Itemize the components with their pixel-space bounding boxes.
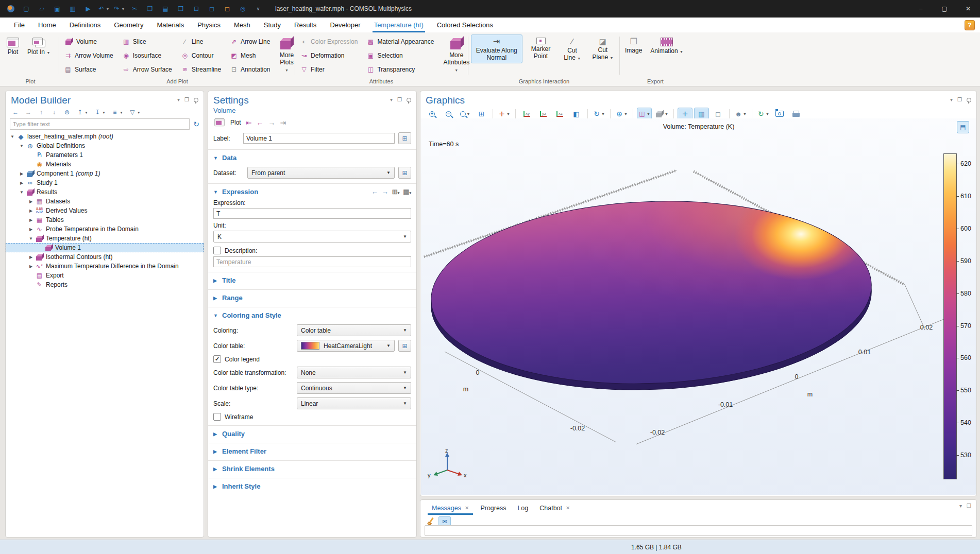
tree-node-parameters-1[interactable]: PᵢParameters 1	[6, 150, 204, 160]
arrow-volume-button[interactable]: ⇉Arrow Volume	[61, 48, 117, 62]
collapse-icon[interactable]: ▼	[9, 134, 16, 139]
close-button[interactable]: ✕	[956, 0, 980, 18]
refresh-icon[interactable]: ↻	[193, 120, 199, 128]
plot-in-button[interactable]: Plot In ▼	[25, 34, 53, 58]
tab-home[interactable]: Home	[31, 18, 63, 32]
tab-file[interactable]: File	[7, 18, 31, 32]
tab-chatbot[interactable]: Chatbot✕	[534, 501, 575, 514]
expression-table-icon[interactable]: ▦▾	[403, 188, 411, 196]
collapse-icon[interactable]: ▼	[213, 155, 217, 161]
copy-button[interactable]: ❐	[143, 3, 157, 15]
first-plot-icon[interactable]: ⇤	[246, 118, 252, 127]
tree-node-maximum-temperature-difference-in-the-domain[interactable]: ▶∿*Maximum Temperature Difference in the…	[6, 262, 204, 271]
panel-menu-icon[interactable]: ▾	[950, 97, 953, 102]
expand-icon[interactable]: ▶	[27, 255, 35, 259]
expression-menu-icon[interactable]: ⊞▾	[392, 188, 399, 196]
arrow-surface-button[interactable]: ⇨Arrow Surface	[119, 62, 176, 76]
expand-icon[interactable]: ▶	[27, 209, 35, 213]
comsol-logo-button[interactable]	[4, 3, 18, 15]
close-tab-icon[interactable]: ✕	[465, 505, 469, 511]
tab-results[interactable]: Results	[288, 18, 323, 32]
toolbar-overflow-button[interactable]: ∨	[251, 3, 265, 15]
selection-button[interactable]: ▣Selection	[363, 48, 437, 62]
streamline-button[interactable]: ≋Streamline	[178, 62, 225, 76]
wireframe-checkbox[interactable]	[213, 413, 221, 421]
float-panel-icon[interactable]: ❐	[397, 97, 402, 102]
tree-filter-button[interactable]: ▽▼	[129, 109, 141, 115]
tab-progress[interactable]: Progress	[475, 501, 511, 514]
undo-button[interactable]: ↶▼	[96, 3, 111, 15]
tree-node-volume-1[interactable]: Volume 1	[6, 243, 204, 252]
collapse-icon[interactable]: ▼	[18, 144, 25, 148]
tree-node-laser-heating-wafer-mph[interactable]: ▼◆laser_heating_wafer.mph(root)	[6, 132, 204, 141]
coloring-select[interactable]: Color table▼	[297, 324, 411, 336]
expand-icon[interactable]: ▶	[213, 466, 217, 472]
label-input[interactable]	[243, 133, 395, 144]
description-checkbox[interactable]	[213, 247, 221, 254]
material-appearance-button[interactable]: ▩Material Appearance	[363, 34, 437, 48]
expand-icon[interactable]: ▶	[213, 278, 217, 283]
label-options-button[interactable]: ⊞	[398, 132, 411, 144]
run-button[interactable]: ▶	[81, 3, 95, 15]
tab-colored-selections[interactable]: Colored Selections	[430, 18, 500, 32]
tree-node-derived-values[interactable]: ▶8.85e-12Derived Values	[6, 206, 204, 215]
close-tab-icon[interactable]: ✕	[566, 505, 570, 511]
dataset-select[interactable]: From parent▼	[247, 167, 395, 179]
panel-menu-icon[interactable]: ▾	[390, 97, 393, 102]
float-panel-icon[interactable]: ❐	[184, 97, 189, 102]
tab-physics[interactable]: Physics	[191, 18, 227, 32]
animation-button[interactable]: Animation ▼	[648, 34, 686, 57]
tab-mesh[interactable]: Mesh	[227, 18, 257, 32]
node-text-button[interactable]: ≡▼	[111, 109, 123, 115]
expand-icon[interactable]: ▶	[213, 449, 217, 454]
select-box-button[interactable]: ◻	[205, 3, 219, 15]
collapse-icon[interactable]: ▼	[213, 313, 217, 318]
save-button[interactable]: ▣	[50, 3, 64, 15]
tree-node-study-1[interactable]: ▶∞Study 1	[6, 178, 204, 187]
color-table-type-select[interactable]: Continuous▼	[297, 382, 411, 394]
scale-select[interactable]: Linear▼	[297, 397, 411, 409]
surface-button[interactable]: ▤Surface	[61, 62, 117, 76]
paste-button[interactable]: ▤	[158, 3, 173, 15]
tab-definitions[interactable]: Definitions	[63, 18, 108, 32]
filter-button[interactable]: ▽Filter	[297, 62, 361, 76]
image-button[interactable]: ❐Image	[622, 34, 645, 56]
float-panel-icon[interactable]: ❐	[967, 503, 971, 509]
isosurface-button[interactable]: ◉Isosurface	[119, 48, 176, 62]
deformation-button[interactable]: ↝Deformation	[297, 48, 361, 62]
volume-button[interactable]: Volume	[61, 34, 117, 48]
evaluate-along-normal-button[interactable]: ⇥Evaluate Along Normal	[471, 34, 522, 63]
tab-temperature-ht[interactable]: Temperature (ht)	[367, 18, 430, 32]
pin-panel-icon[interactable]	[407, 98, 411, 102]
tree-node-global-definitions[interactable]: ▼⊕Global Definitions	[6, 141, 204, 150]
dataset-options-button[interactable]: ⊞	[398, 167, 411, 179]
previous-plot-icon[interactable]: ←	[256, 118, 263, 127]
tree-node-component-1[interactable]: ▶Component 1(comp 1)	[6, 169, 204, 178]
color-table-options-button[interactable]: ⊞	[398, 340, 411, 352]
expand-icon[interactable]: ▶	[18, 181, 25, 185]
plot-button[interactable]: Plot	[230, 119, 241, 126]
insert-expression-icon[interactable]: →	[382, 188, 388, 196]
transformation-select[interactable]: None▼	[297, 367, 411, 378]
tree-node-results[interactable]: ▼Results	[6, 187, 204, 197]
replace-expression-icon[interactable]: ←	[371, 188, 378, 196]
find-button[interactable]: ◎	[235, 3, 250, 15]
more-plots-button[interactable]: More Plots ▼	[277, 34, 296, 75]
maximize-button[interactable]: ▢	[933, 0, 956, 18]
cut-plane-button[interactable]: ◪Cut Plane ▼	[588, 34, 617, 63]
move-down-button[interactable]: ↓	[50, 109, 58, 115]
new-file-button[interactable]: ▢	[19, 3, 33, 15]
tree-node-isothermal-contours-ht[interactable]: ▶Isothermal Contours (ht)	[6, 252, 204, 262]
collapse-icon[interactable]: ▼	[213, 189, 217, 195]
deselect-box-button[interactable]: ◻	[220, 3, 234, 15]
collapse-all-button[interactable]: ↥▼	[76, 109, 88, 115]
collapse-icon[interactable]: ▼	[27, 236, 35, 241]
slice-button[interactable]: ▥Slice	[119, 34, 176, 48]
arrow-line-button[interactable]: ⇗Arrow Line	[227, 34, 274, 48]
pin-panel-icon[interactable]	[194, 98, 198, 102]
messages-content[interactable]	[425, 525, 972, 536]
open-file-button[interactable]: ▱	[35, 3, 49, 15]
contour-button[interactable]: ◎Contour	[178, 48, 225, 62]
tree-node-export[interactable]: ▤Export	[6, 271, 204, 280]
plot-button[interactable]: Plot	[4, 34, 22, 58]
